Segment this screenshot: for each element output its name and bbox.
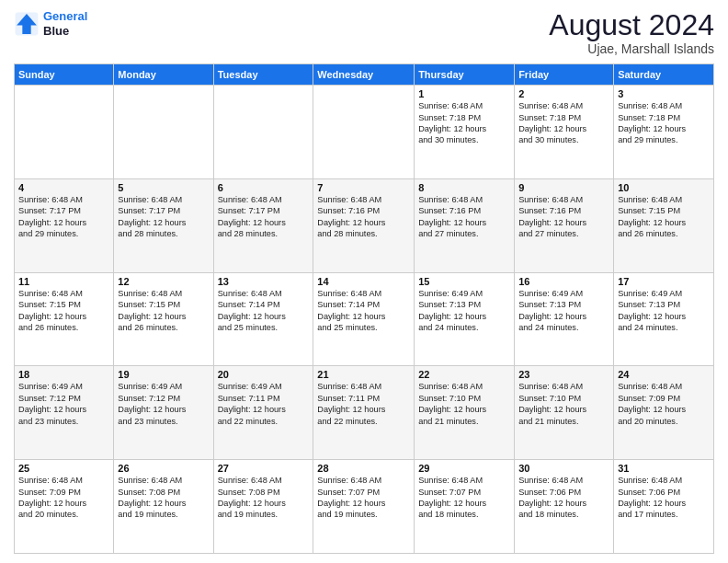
calendar-cell: 2Sunrise: 6:48 AMSunset: 7:18 PMDaylight… (515, 86, 614, 179)
calendar-cell: 4Sunrise: 6:48 AMSunset: 7:17 PMDaylight… (15, 178, 114, 272)
calendar-cell: 19Sunrise: 6:49 AMSunset: 7:12 PMDayligh… (114, 366, 213, 460)
day-header-tuesday: Tuesday (213, 64, 313, 86)
calendar-cell: 6Sunrise: 6:48 AMSunset: 7:17 PMDaylight… (213, 178, 313, 272)
title-block: August 2024 Ujae, Marshall Islands (549, 9, 714, 56)
day-number: 18 (18, 369, 109, 380)
day-info: Sunrise: 6:49 AMSunset: 7:12 PMDaylight:… (118, 381, 209, 427)
calendar-cell: 14Sunrise: 6:48 AMSunset: 7:14 PMDayligh… (313, 272, 415, 366)
day-info: Sunrise: 6:48 AMSunset: 7:06 PMDaylight:… (518, 475, 609, 521)
calendar-cell: 22Sunrise: 6:48 AMSunset: 7:10 PMDayligh… (415, 366, 515, 460)
day-number: 26 (118, 463, 209, 474)
day-info: Sunrise: 6:48 AMSunset: 7:08 PMDaylight:… (218, 475, 310, 521)
day-info: Sunrise: 6:48 AMSunset: 7:18 PMDaylight:… (418, 100, 510, 146)
day-number: 24 (618, 369, 710, 380)
calendar-cell: 10Sunrise: 6:48 AMSunset: 7:15 PMDayligh… (614, 178, 714, 272)
week-row-0: 1Sunrise: 6:48 AMSunset: 7:18 PMDaylight… (15, 86, 714, 179)
week-row-2: 11Sunrise: 6:48 AMSunset: 7:15 PMDayligh… (15, 272, 714, 366)
day-number: 19 (118, 369, 209, 380)
calendar-cell: 29Sunrise: 6:48 AMSunset: 7:07 PMDayligh… (415, 460, 515, 554)
calendar-header-row: SundayMondayTuesdayWednesdayThursdayFrid… (15, 64, 714, 86)
day-header-thursday: Thursday (415, 64, 515, 86)
day-info: Sunrise: 6:48 AMSunset: 7:17 PMDaylight:… (18, 194, 109, 240)
day-number: 28 (317, 463, 410, 474)
day-info: Sunrise: 6:49 AMSunset: 7:13 PMDaylight:… (618, 288, 710, 334)
day-number: 6 (218, 182, 310, 193)
day-number: 21 (317, 369, 410, 380)
day-info: Sunrise: 6:48 AMSunset: 7:16 PMDaylight:… (518, 194, 609, 240)
main-title: August 2024 (549, 9, 714, 41)
calendar-cell: 1Sunrise: 6:48 AMSunset: 7:18 PMDaylight… (415, 86, 515, 179)
calendar-cell (15, 86, 114, 179)
calendar-cell: 28Sunrise: 6:48 AMSunset: 7:07 PMDayligh… (313, 460, 415, 554)
day-number: 7 (317, 182, 410, 193)
logo-line2: Blue (43, 24, 87, 39)
day-number: 8 (418, 182, 510, 193)
calendar-cell: 7Sunrise: 6:48 AMSunset: 7:16 PMDaylight… (313, 178, 415, 272)
calendar-cell: 24Sunrise: 6:48 AMSunset: 7:09 PMDayligh… (614, 366, 714, 460)
calendar-cell: 25Sunrise: 6:48 AMSunset: 7:09 PMDayligh… (15, 460, 114, 554)
day-number: 2 (518, 88, 609, 99)
day-number: 11 (18, 276, 109, 287)
day-info: Sunrise: 6:49 AMSunset: 7:13 PMDaylight:… (418, 288, 510, 334)
day-info: Sunrise: 6:48 AMSunset: 7:16 PMDaylight:… (317, 194, 410, 240)
day-header-friday: Friday (515, 64, 614, 86)
sub-title: Ujae, Marshall Islands (549, 41, 714, 56)
day-number: 25 (18, 463, 109, 474)
day-number: 10 (618, 182, 710, 193)
calendar-cell: 12Sunrise: 6:48 AMSunset: 7:15 PMDayligh… (114, 272, 213, 366)
week-row-4: 25Sunrise: 6:48 AMSunset: 7:09 PMDayligh… (15, 460, 714, 554)
day-number: 29 (418, 463, 510, 474)
day-info: Sunrise: 6:48 AMSunset: 7:17 PMDaylight:… (118, 194, 209, 240)
day-info: Sunrise: 6:48 AMSunset: 7:14 PMDaylight:… (317, 288, 410, 334)
calendar-cell: 30Sunrise: 6:48 AMSunset: 7:06 PMDayligh… (515, 460, 614, 554)
day-info: Sunrise: 6:48 AMSunset: 7:17 PMDaylight:… (218, 194, 310, 240)
day-number: 4 (18, 182, 109, 193)
day-info: Sunrise: 6:48 AMSunset: 7:07 PMDaylight:… (418, 475, 510, 521)
calendar-cell: 5Sunrise: 6:48 AMSunset: 7:17 PMDaylight… (114, 178, 213, 272)
day-number: 23 (518, 369, 609, 380)
logo-icon (14, 11, 40, 37)
calendar-cell: 17Sunrise: 6:49 AMSunset: 7:13 PMDayligh… (614, 272, 714, 366)
day-number: 13 (218, 276, 310, 287)
day-number: 30 (518, 463, 609, 474)
day-info: Sunrise: 6:48 AMSunset: 7:15 PMDaylight:… (118, 288, 209, 334)
calendar-cell: 20Sunrise: 6:49 AMSunset: 7:11 PMDayligh… (213, 366, 313, 460)
calendar-table: SundayMondayTuesdayWednesdayThursdayFrid… (14, 63, 714, 554)
calendar-cell: 27Sunrise: 6:48 AMSunset: 7:08 PMDayligh… (213, 460, 313, 554)
day-header-wednesday: Wednesday (313, 64, 415, 86)
day-info: Sunrise: 6:48 AMSunset: 7:10 PMDaylight:… (518, 381, 609, 427)
day-number: 12 (118, 276, 209, 287)
day-header-sunday: Sunday (15, 64, 114, 86)
calendar-cell: 8Sunrise: 6:48 AMSunset: 7:16 PMDaylight… (415, 178, 515, 272)
calendar-cell: 31Sunrise: 6:48 AMSunset: 7:06 PMDayligh… (614, 460, 714, 554)
day-info: Sunrise: 6:48 AMSunset: 7:15 PMDaylight:… (18, 288, 109, 334)
day-info: Sunrise: 6:48 AMSunset: 7:10 PMDaylight:… (418, 381, 510, 427)
week-row-3: 18Sunrise: 6:49 AMSunset: 7:12 PMDayligh… (15, 366, 714, 460)
day-number: 1 (418, 88, 510, 99)
day-header-saturday: Saturday (614, 64, 714, 86)
day-info: Sunrise: 6:48 AMSunset: 7:09 PMDaylight:… (618, 381, 710, 427)
calendar-cell: 13Sunrise: 6:48 AMSunset: 7:14 PMDayligh… (213, 272, 313, 366)
calendar-cell: 21Sunrise: 6:48 AMSunset: 7:11 PMDayligh… (313, 366, 415, 460)
calendar-cell: 16Sunrise: 6:49 AMSunset: 7:13 PMDayligh… (515, 272, 614, 366)
calendar-cell (313, 86, 415, 179)
calendar-cell: 18Sunrise: 6:49 AMSunset: 7:12 PMDayligh… (15, 366, 114, 460)
day-info: Sunrise: 6:48 AMSunset: 7:15 PMDaylight:… (618, 194, 710, 240)
day-number: 5 (118, 182, 209, 193)
day-number: 20 (218, 369, 310, 380)
week-row-1: 4Sunrise: 6:48 AMSunset: 7:17 PMDaylight… (15, 178, 714, 272)
day-header-monday: Monday (114, 64, 213, 86)
day-info: Sunrise: 6:48 AMSunset: 7:11 PMDaylight:… (317, 381, 410, 427)
day-number: 17 (618, 276, 710, 287)
day-number: 22 (418, 369, 510, 380)
day-number: 31 (618, 463, 710, 474)
logo-line1: General (43, 9, 87, 23)
calendar-cell: 11Sunrise: 6:48 AMSunset: 7:15 PMDayligh… (15, 272, 114, 366)
day-info: Sunrise: 6:48 AMSunset: 7:18 PMDaylight:… (518, 100, 609, 146)
day-number: 14 (317, 276, 410, 287)
day-info: Sunrise: 6:49 AMSunset: 7:13 PMDaylight:… (518, 288, 609, 334)
header: General Blue August 2024 Ujae, Marshall … (14, 9, 714, 56)
day-info: Sunrise: 6:49 AMSunset: 7:12 PMDaylight:… (18, 381, 109, 427)
day-info: Sunrise: 6:48 AMSunset: 7:07 PMDaylight:… (317, 475, 410, 521)
calendar-cell: 15Sunrise: 6:49 AMSunset: 7:13 PMDayligh… (415, 272, 515, 366)
